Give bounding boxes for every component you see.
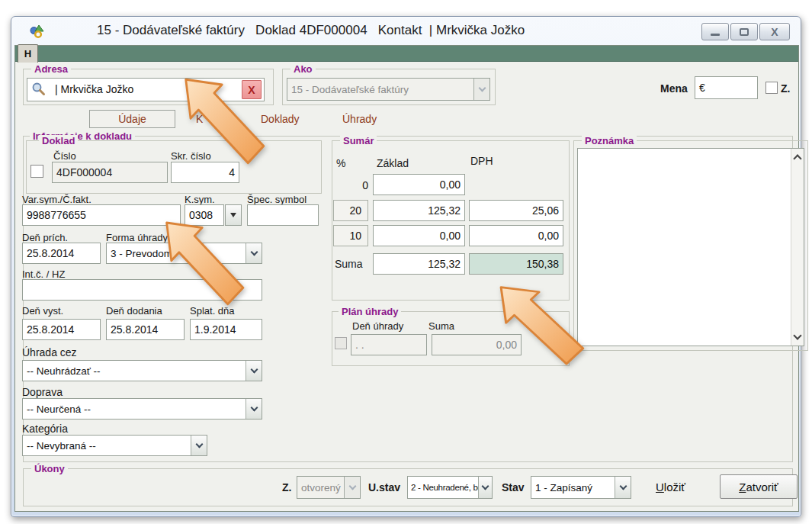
- adresa-label: Adresa: [31, 63, 71, 75]
- den-prich-input[interactable]: 25.8.2014: [22, 243, 101, 264]
- maximize-icon: [740, 28, 749, 36]
- cislo-checkbox[interactable]: [30, 165, 43, 178]
- ulozit-button[interactable]: Uložiť: [656, 481, 685, 493]
- doprava-select[interactable]: -- Neurčená --: [22, 398, 262, 420]
- uhrada-cez-value: -- Neuhrádzať --: [23, 361, 246, 381]
- minimize-button[interactable]: [701, 23, 729, 40]
- doprava-dropdown-button[interactable]: [246, 399, 262, 419]
- ako-label: Ako: [290, 63, 316, 75]
- plan-uhrady-checkbox[interactable]: [335, 337, 347, 349]
- screenshot-stage: 15 - Dodávateľské faktúry Doklad 4DF0000…: [0, 0, 812, 524]
- zatvorit-button[interactable]: Zatvoriť: [720, 474, 798, 499]
- k-sym-label: K.sym.: [185, 194, 215, 205]
- plan-uhrady-label: Plán úhrady: [339, 306, 401, 317]
- sumar-label: Sumár: [340, 135, 377, 146]
- den-uhrady-label: Deň úhrady: [352, 320, 403, 332]
- doprava-label: Doprava: [22, 386, 63, 398]
- z-status-value: otvorený: [297, 477, 344, 498]
- forma-uhrady-label: Forma úhrady: [106, 232, 168, 243]
- arrow-annotation-adresa: [181, 74, 266, 166]
- title-bar[interactable]: 15 - Dodávateľské faktúry Doklad 4DF0000…: [11, 17, 801, 45]
- sumar-header-zaklad: Základ: [377, 157, 409, 169]
- chevron-down-icon: [478, 84, 486, 92]
- kategoria-select[interactable]: -- Nevybraná --: [22, 435, 207, 456]
- cislo-label: Číslo: [53, 150, 76, 162]
- h-tab[interactable]: H: [18, 44, 38, 63]
- sumar-row10-pct: 10: [333, 225, 368, 246]
- spec-symbol-input[interactable]: [247, 204, 319, 226]
- kategoria-label: Kategória: [22, 423, 68, 435]
- tab-doklady[interactable]: Doklady: [261, 113, 300, 125]
- var-sym-label: Var.sym./Č.fakt.: [22, 194, 91, 205]
- scroll-down-icon[interactable]: [793, 331, 801, 339]
- suma-dph-total: 150,38: [469, 253, 563, 275]
- den-uhrady-input[interactable]: . .: [351, 334, 427, 355]
- suma-zaklad-input[interactable]: 125,32: [373, 253, 465, 275]
- arrow-annotation-suma: [496, 282, 586, 366]
- uhrada-cez-label: Úhrada cez: [22, 346, 77, 358]
- splat-dna-input[interactable]: 1.9.2014: [190, 319, 262, 340]
- scroll-up-icon[interactable]: [793, 154, 801, 162]
- sumar-row10-zaklad-input[interactable]: 0,00: [373, 225, 465, 246]
- z-status-select[interactable]: otvorený: [297, 476, 361, 499]
- var-sym-input[interactable]: 9988776655: [22, 204, 181, 226]
- u-stav-value: 2 - Neuhradené, be:: [408, 477, 478, 498]
- den-dodania-input[interactable]: 25.8.2014: [106, 319, 185, 340]
- stav-select[interactable]: 1 - Zapísaný: [531, 476, 631, 499]
- sumar-row10-dph-input[interactable]: 0,00: [469, 225, 563, 246]
- close-button[interactable]: X: [759, 23, 790, 40]
- tab-udaje[interactable]: Údaje: [89, 110, 175, 128]
- cislo-input[interactable]: 4DF000004: [52, 162, 168, 183]
- kategoria-dropdown-button[interactable]: [191, 436, 207, 455]
- uhrada-cez-dropdown-button[interactable]: [246, 361, 262, 381]
- den-prich-label: Deň prích.: [22, 232, 68, 243]
- ako-value: 15 - Dodávateľské faktúry: [287, 79, 473, 100]
- ako-dropdown-button[interactable]: [473, 79, 489, 100]
- u-stav-dropdown-button[interactable]: [478, 477, 492, 498]
- u-stav-label: U.stav: [368, 481, 400, 493]
- tab-uhrady[interactable]: Úhrady: [342, 113, 377, 125]
- sumar-row20-dph-input[interactable]: 25,06: [469, 200, 563, 221]
- window-title: 15 - Dodávateľské faktúry Doklad 4DF0000…: [97, 23, 525, 38]
- kategoria-value: -- Nevybraná --: [23, 436, 191, 455]
- form-content: H Adresa | Mrkvička Jožko X Ako 15 - Dod…: [14, 45, 799, 512]
- poznamka-scrollbar[interactable]: [791, 149, 804, 346]
- arrow-annotation-varsym: [162, 217, 246, 307]
- mena-input[interactable]: €: [695, 76, 758, 99]
- doprava-value: -- Neurčená --: [23, 399, 246, 419]
- window: 15 - Dodávateľské faktúry Doklad 4DF0000…: [11, 16, 801, 517]
- minimize-icon: [711, 34, 720, 36]
- sumar-row0-pct: 0: [335, 179, 368, 191]
- u-stav-select[interactable]: 2 - Neuhradené, be:: [407, 476, 493, 499]
- stav-dropdown-button[interactable]: [615, 477, 631, 498]
- chevron-down-icon: [250, 248, 258, 256]
- uhrada-cez-select[interactable]: -- Neuhrádzať --: [22, 360, 262, 381]
- forma-uhrady-dropdown-button[interactable]: [246, 243, 262, 263]
- chevron-down-icon: [195, 440, 203, 448]
- chevron-down-icon: [250, 403, 258, 411]
- ako-select[interactable]: 15 - Dodávateľské faktúry: [287, 78, 490, 101]
- stav-value: 1 - Zapísaný: [531, 477, 615, 498]
- maximize-button[interactable]: [730, 23, 758, 40]
- sumar-row20-zaklad-input[interactable]: 125,32: [373, 200, 465, 221]
- mena-label: Mena: [660, 82, 688, 95]
- z-status-dropdown-button[interactable]: [344, 477, 360, 498]
- sumar-row0-zaklad-input[interactable]: 0,00: [373, 174, 465, 195]
- toolbar-strip: [15, 46, 798, 62]
- spec-symbol-label: Špec. symbol: [247, 194, 307, 205]
- search-icon[interactable]: [31, 82, 47, 97]
- doklad-label: Doklad: [39, 135, 78, 146]
- den-vyst-input[interactable]: 25.8.2014: [22, 319, 101, 340]
- chevron-down-icon: [619, 482, 627, 490]
- z-status-label: Z.: [282, 481, 291, 493]
- z-checkbox[interactable]: [765, 82, 778, 94]
- chevron-down-icon: [482, 482, 489, 490]
- close-icon: X: [771, 27, 778, 37]
- den-vyst-label: Deň vyst.: [22, 305, 63, 317]
- int-c-hz-label: Int.č. / HZ: [22, 268, 65, 280]
- poznamka-label: Poznámka: [582, 135, 637, 146]
- poznamka-textarea[interactable]: [577, 148, 804, 346]
- chevron-down-icon: [250, 365, 258, 373]
- suma-row-label: Suma: [335, 258, 363, 270]
- app-icon: [30, 24, 45, 39]
